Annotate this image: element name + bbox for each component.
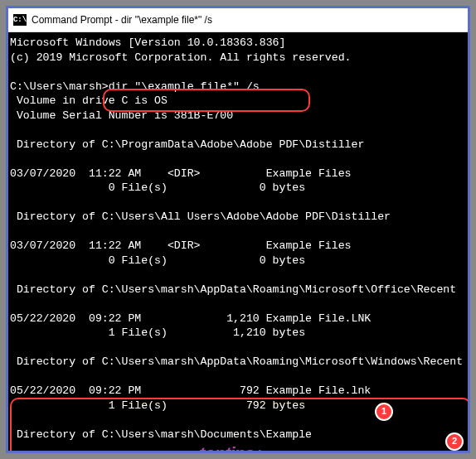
dir3-header: Directory of C:\Users\marsh\AppData\Roam… <box>10 283 456 296</box>
dir3-row: 05/22/2020 09:22 PM 1,210 Example File.L… <box>10 312 371 325</box>
cmd-icon: C:\ <box>13 14 27 26</box>
dir5-header: Directory of C:\Users\marsh\Documents\Ex… <box>10 428 312 441</box>
dir2-summary: 0 File(s) 0 bytes <box>10 254 305 267</box>
terminal-output[interactable]: Microsoft Windows [Version 10.0.18363.83… <box>8 32 468 452</box>
dir4-row: 05/22/2020 09:22 PM 792 Example File.lnk <box>10 384 371 397</box>
dir4-summary: 1 File(s) 792 bytes <box>10 399 305 412</box>
annotation-badge-2: 2 <box>445 432 464 451</box>
dir1-row: 03/07/2020 11:22 AM <DIR> Example Files <box>10 167 352 180</box>
dir2-header: Directory of C:\Users\All Users\Adobe\Ad… <box>10 210 391 223</box>
window-title: Command Prompt - dir "\example file*" /s <box>32 14 212 26</box>
annotation-badge-1: 1 <box>375 403 393 421</box>
volume-line-1: Volume in drive C is OS <box>10 94 168 107</box>
window-frame: C:\ Command Prompt - dir "\example file*… <box>6 6 470 453</box>
dir1-header: Directory of C:\ProgramData\Adobe\Adobe … <box>10 138 364 151</box>
header-line-1: Microsoft Windows [Version 10.0.18363.83… <box>10 36 285 49</box>
dir3-summary: 1 File(s) 1,210 bytes <box>10 326 305 339</box>
dir2-row: 03/07/2020 11:22 AM <DIR> Example Files <box>10 239 352 252</box>
volume-line-2: Volume Serial Number is 381B-E700 <box>10 109 233 122</box>
prompt-text: C:\Users\marsh> <box>10 80 109 93</box>
dir1-summary: 0 File(s) 0 bytes <box>10 181 305 194</box>
dir4-header: Directory of C:\Users\marsh\AppData\Roam… <box>10 355 463 368</box>
watermark-text: toptips.in <box>199 447 267 452</box>
header-line-2: (c) 2019 Microsoft Corporation. All righ… <box>10 51 352 64</box>
title-bar[interactable]: C:\ Command Prompt - dir "\example file*… <box>8 8 468 32</box>
command-text: dir "\example file*" /s <box>109 80 260 93</box>
